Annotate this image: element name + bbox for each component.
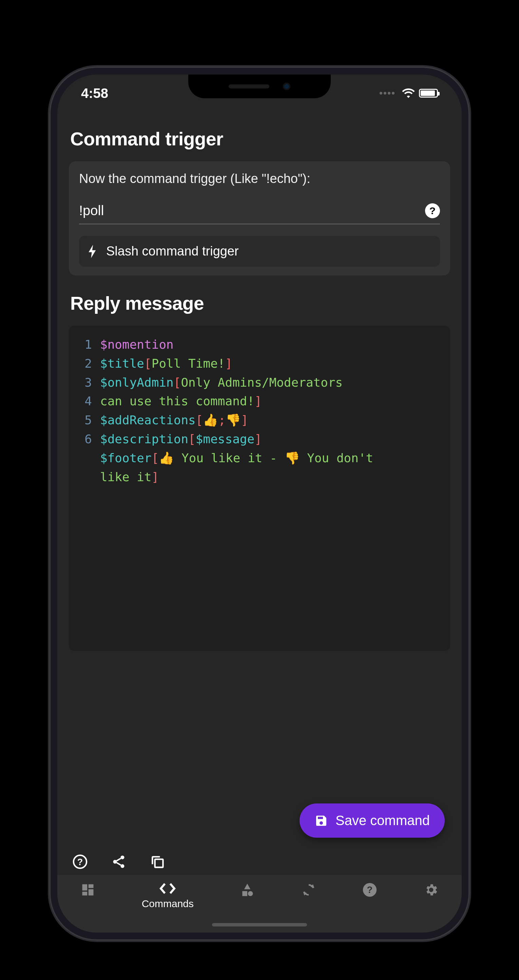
svg-rect-5: [155, 859, 163, 867]
svg-rect-8: [89, 889, 94, 895]
command-trigger-input[interactable]: [79, 203, 425, 218]
reply-code-editor[interactable]: 1$nomention2$title[Poll Time!]3$onlyAdmi…: [69, 326, 450, 651]
gear-icon: [424, 882, 439, 897]
svg-text:?: ?: [367, 885, 373, 895]
svg-point-4: [121, 864, 125, 868]
slash-command-label: Slash command trigger: [106, 244, 239, 259]
svg-rect-9: [82, 892, 88, 896]
heading-reply-message: Reply message: [70, 293, 450, 314]
share-icon[interactable]: [110, 853, 128, 871]
help-icon[interactable]: ?: [425, 203, 440, 218]
copy-icon[interactable]: [148, 853, 166, 871]
nav-settings[interactable]: [424, 882, 439, 897]
wifi-icon: [402, 88, 415, 98]
cellular-signal-icon: [380, 92, 394, 95]
heading-command-trigger: Command trigger: [70, 128, 450, 150]
save-command-label: Save command: [335, 813, 430, 828]
save-icon: [315, 814, 328, 827]
screen: 4:58 Command trigger Now the command tri…: [57, 75, 462, 932]
svg-point-10: [248, 891, 253, 896]
help-outline-icon[interactable]: ?: [71, 853, 89, 871]
nav-commands-label: Commands: [142, 898, 194, 910]
svg-rect-7: [89, 885, 94, 888]
slash-command-trigger-button[interactable]: Slash command trigger: [79, 236, 440, 267]
refresh-icon: [301, 882, 316, 897]
nav-shapes[interactable]: [240, 882, 255, 897]
help-icon: ?: [362, 882, 377, 897]
battery-icon: [419, 89, 438, 98]
code-icon: [160, 882, 176, 895]
trigger-card-label: Now the command trigger (Like "!echo"):: [79, 172, 440, 186]
action-row: ?: [57, 846, 462, 875]
dashboard-icon: [80, 882, 95, 897]
notch: [188, 75, 331, 98]
bolt-icon: [88, 245, 97, 258]
home-indicator: [212, 923, 307, 926]
nav-dashboard[interactable]: [80, 882, 95, 897]
svg-text:?: ?: [77, 857, 83, 867]
nav-commands[interactable]: Commands: [142, 882, 194, 910]
svg-rect-6: [82, 885, 88, 891]
shapes-icon: [240, 882, 255, 897]
status-icons: [380, 88, 438, 98]
svg-rect-11: [243, 891, 248, 896]
nav-help[interactable]: ?: [362, 882, 377, 897]
save-command-button[interactable]: Save command: [300, 803, 445, 838]
phone-frame: 4:58 Command trigger Now the command tri…: [49, 67, 470, 941]
svg-point-2: [121, 856, 125, 859]
svg-point-3: [113, 860, 117, 864]
status-time: 4:58: [81, 86, 108, 101]
nav-refresh[interactable]: [301, 882, 316, 897]
trigger-card: Now the command trigger (Like "!echo"): …: [69, 161, 450, 275]
